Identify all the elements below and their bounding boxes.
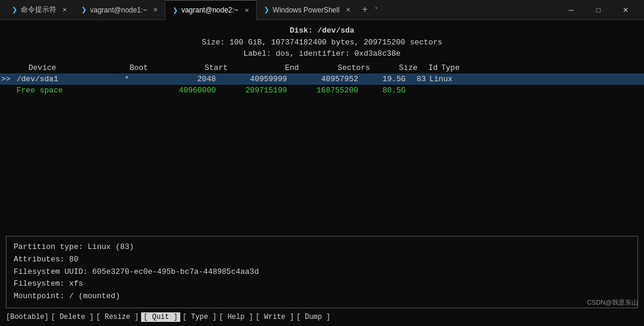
menu-delete[interactable]: [ Delete ]: [51, 313, 94, 321]
titlebar: ❯ 命令提示符 ✕ ❯ vagrant@node1:~ ✕ ❯ vagrant@…: [0, 0, 644, 20]
info-mountpoint: Mountpoint: / (mounted): [14, 290, 630, 303]
disk-header: Disk: /dev/sda Size: 100 GiB, 1073741824…: [0, 20, 644, 62]
window-controls: ─ □ ✕: [557, 0, 639, 20]
row-free-type: [429, 86, 489, 95]
maximize-button[interactable]: □: [585, 0, 612, 20]
menu-type[interactable]: [ Type ]: [183, 313, 217, 321]
row-sda1-type: Linux: [429, 75, 489, 84]
tab-node1-label: vagrant@node1:~: [90, 6, 147, 14]
col-boot-header: Boot: [115, 63, 162, 72]
tab-node1-close[interactable]: ✕: [153, 7, 158, 13]
col-type-header: Type: [441, 63, 500, 72]
menu-resize[interactable]: [ Resize ]: [96, 313, 139, 321]
row-sda1-size: 19.5G: [364, 75, 412, 84]
watermark: CSDN@我是东山: [587, 298, 638, 307]
row-sda1-start: 2048: [151, 75, 222, 84]
table-header: Device Boot Start End Sectors Size Id Ty…: [0, 62, 644, 73]
partition-table: Device Boot Start End Sectors Size Id Ty…: [0, 62, 644, 96]
info-filesystem: Filesystem: xfs: [14, 278, 630, 290]
menu-bootable[interactable]: [Bootable]: [6, 313, 49, 321]
row-free-sectors: 168755200: [293, 86, 364, 95]
menu-quit[interactable]: [ Quit ]: [141, 312, 180, 322]
row-sda1-device: /dev/sda1: [14, 75, 103, 84]
info-attributes: Attributes: 80: [14, 254, 630, 266]
col-start-header: Start: [162, 63, 234, 72]
cmd-icon: ❯: [12, 6, 17, 14]
row-sda1-boot: *: [103, 75, 151, 84]
menu-help[interactable]: [ Help ]: [219, 313, 253, 321]
new-tab-button[interactable]: +: [358, 5, 373, 15]
disk-size-line: Size: 100 GiB, 107374182400 bytes, 20971…: [0, 37, 644, 49]
row-free-boot: [103, 86, 151, 95]
disk-label-line: Label: dos, identifier: 0xd3a8c38e: [0, 48, 644, 60]
powershell-icon: ❯: [264, 6, 269, 14]
row-free-size: 80.5G: [364, 86, 412, 95]
row-sda1-sectors: 40957952: [293, 75, 364, 84]
row-sda1-id: 83: [412, 75, 429, 84]
tab-powershell[interactable]: ❯ Windows PowerShell ✕: [257, 0, 358, 20]
menu-bar: [Bootable] [ Delete ] [ Resize ] [ Quit …: [0, 308, 644, 326]
row-free-end: 209715199: [222, 86, 293, 95]
menu-write[interactable]: [ Write ]: [256, 313, 294, 321]
disk-title: Disk: /dev/sda: [0, 25, 644, 37]
tab-overflow-button[interactable]: ˅: [372, 7, 380, 14]
tab-powershell-label: Windows PowerShell: [273, 6, 340, 14]
node1-icon: ❯: [81, 6, 87, 14]
tab-node2[interactable]: ❯ vagrant@node2:~ ✕: [165, 0, 257, 20]
table-row-sda1[interactable]: >> /dev/sda1 * 2048 40959999 40957952 19…: [0, 73, 644, 85]
tab-node2-label: vagrant@node2:~: [181, 6, 238, 14]
row-free-id: [412, 86, 429, 95]
table-row-free[interactable]: Free space 40960000 209715199 168755200 …: [0, 85, 644, 96]
info-filesystem-uuid: Filesystem UUID: 605e3270-ec0e-495b-bc7a…: [14, 266, 630, 279]
col-id-header: Id: [423, 63, 441, 72]
tab-node2-close[interactable]: ✕: [244, 7, 249, 14]
close-button[interactable]: ✕: [612, 0, 639, 20]
row-free-start: 40960000: [151, 86, 222, 95]
terminal: Disk: /dev/sda Size: 100 GiB, 1073741824…: [0, 20, 644, 326]
tab-cmd-label: 命令提示符: [21, 5, 56, 15]
info-panel: Partition type: Linux (83) Attributes: 8…: [6, 236, 638, 308]
menu-dump[interactable]: [ Dump ]: [297, 313, 331, 321]
col-sectors-header: Sectors: [305, 63, 376, 72]
minimize-button[interactable]: ─: [557, 0, 585, 20]
info-partition-type: Partition type: Linux (83): [14, 241, 630, 254]
col-end-header: End: [234, 63, 305, 72]
row-free-device: Free space: [14, 86, 103, 95]
col-size-header: Size: [376, 63, 423, 72]
row-sda1-arrow: >>: [0, 75, 14, 84]
col-arrow-header: [12, 63, 26, 72]
row-free-arrow: [0, 86, 14, 95]
tab-cmd[interactable]: ❯ 命令提示符 ✕: [5, 0, 74, 20]
tab-powershell-close[interactable]: ✕: [346, 7, 350, 13]
row-sda1-end: 40959999: [222, 75, 293, 84]
tab-cmd-close[interactable]: ✕: [62, 7, 67, 13]
col-device-header: Device: [26, 63, 115, 72]
node2-icon: ❯: [173, 7, 178, 14]
tab-node1[interactable]: ❯ vagrant@node1:~ ✕: [74, 0, 165, 20]
